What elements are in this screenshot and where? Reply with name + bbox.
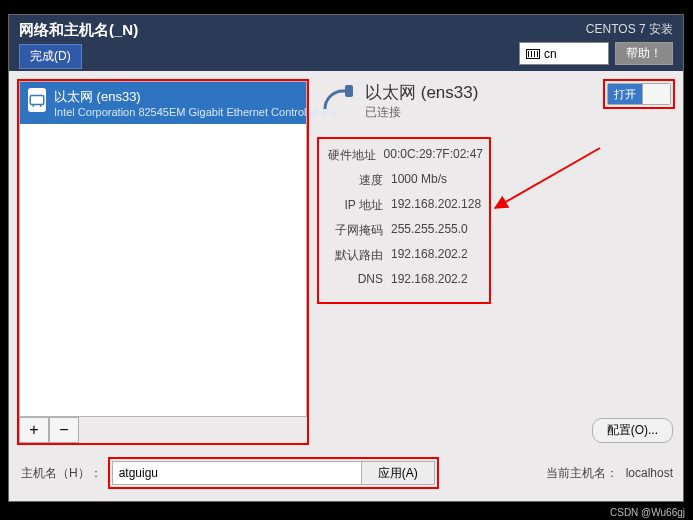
nic-desc: Intel Corporation 82545EM Gigabit Ethern…	[54, 106, 340, 118]
configure-button[interactable]: 配置(O)...	[592, 418, 673, 443]
toggle-knob	[642, 84, 670, 104]
keyboard-layout-indicator[interactable]: cn	[519, 42, 609, 65]
speed-label: 速度	[321, 172, 383, 189]
dns-label: DNS	[321, 272, 383, 286]
body: 以太网 (ens33) Intel Corporation 82545EM Gi…	[9, 71, 683, 501]
nic-item-ens33[interactable]: 以太网 (ens33) Intel Corporation 82545EM Gi…	[20, 82, 306, 124]
add-nic-button[interactable]: +	[19, 417, 49, 443]
hostname-input-highlight: 应用(A)	[110, 459, 437, 487]
detail-row-hw: 硬件地址 00:0C:29:7F:02:47	[321, 147, 483, 164]
connection-text: 以太网 (ens33) 已连接	[365, 81, 478, 121]
header-left: 网络和主机名(_N) 完成(D)	[19, 21, 138, 69]
header-right: CENTOS 7 安装 cn 帮助！	[519, 21, 673, 65]
nic-text: 以太网 (ens33) Intel Corporation 82545EM Gi…	[54, 88, 340, 118]
nic-name: 以太网 (ens33)	[54, 88, 340, 106]
page-title: 网络和主机名(_N)	[19, 21, 138, 40]
detail-row-mask: 子网掩码 255.255.255.0	[321, 222, 483, 239]
hostname-row: 主机名（H）： 应用(A) 当前主机名： localhost	[19, 443, 673, 501]
nic-add-remove-row: + −	[19, 417, 307, 443]
detail-row-route: 默认路由 192.168.202.2	[321, 247, 483, 264]
ip-label: IP 地址	[321, 197, 383, 214]
detail-row-ip: IP 地址 192.168.202.128	[321, 197, 483, 214]
detail-row-speed: 速度 1000 Mb/s	[321, 172, 483, 189]
route-label: 默认路由	[321, 247, 383, 264]
network-hostname-window: 网络和主机名(_N) 完成(D) CENTOS 7 安装 cn 帮助！	[8, 14, 684, 502]
connection-details-box: 硬件地址 00:0C:29:7F:02:47 速度 1000 Mb/s IP 地…	[319, 139, 489, 302]
remove-nic-button[interactable]: −	[49, 417, 79, 443]
current-hostname-label: 当前主机名：	[546, 465, 618, 482]
hostname-input[interactable]	[112, 461, 362, 485]
connection-status: 已连接	[365, 104, 478, 121]
connection-title: 以太网 (ens33)	[365, 81, 478, 104]
ip-value: 192.168.202.128	[391, 197, 483, 214]
ethernet-plug-icon	[319, 81, 355, 121]
connection-toggle-highlight: 打开	[605, 81, 673, 107]
mask-value: 255.255.255.0	[391, 222, 483, 239]
watermark: CSDN @Wu66gj	[610, 507, 685, 518]
detail-row-dns: DNS 192.168.202.2	[321, 272, 483, 286]
nic-column: 以太网 (ens33) Intel Corporation 82545EM Gi…	[19, 81, 307, 443]
done-button[interactable]: 完成(D)	[19, 44, 82, 69]
hw-value: 00:0C:29:7F:02:47	[384, 147, 483, 164]
main-row: 以太网 (ens33) Intel Corporation 82545EM Gi…	[19, 81, 673, 443]
ethernet-icon	[28, 88, 46, 112]
mask-label: 子网掩码	[321, 222, 383, 239]
hostname-field-label: 主机名（H）：	[21, 465, 102, 482]
hw-label: 硬件地址	[321, 147, 376, 164]
header-bar: 网络和主机名(_N) 完成(D) CENTOS 7 安装 cn 帮助！	[9, 15, 683, 71]
svg-rect-1	[345, 85, 353, 97]
keyboard-icon	[526, 49, 540, 59]
route-value: 192.168.202.2	[391, 247, 483, 264]
connection-toggle[interactable]: 打开	[607, 83, 671, 105]
connection-details-column: 以太网 (ens33) 已连接 打开 硬件地址 00:0C:29:7F:02:4…	[319, 81, 673, 443]
install-label: CENTOS 7 安装	[586, 21, 673, 38]
dns-value: 192.168.202.2	[391, 272, 483, 286]
svg-rect-0	[30, 96, 44, 105]
speed-value: 1000 Mb/s	[391, 172, 483, 189]
keyboard-layout-text: cn	[544, 47, 557, 61]
current-hostname-value: localhost	[626, 466, 673, 480]
toggle-on-label: 打开	[608, 84, 642, 104]
help-button[interactable]: 帮助！	[615, 42, 673, 65]
nic-list: 以太网 (ens33) Intel Corporation 82545EM Gi…	[19, 81, 307, 417]
apply-hostname-button[interactable]: 应用(A)	[361, 461, 435, 485]
